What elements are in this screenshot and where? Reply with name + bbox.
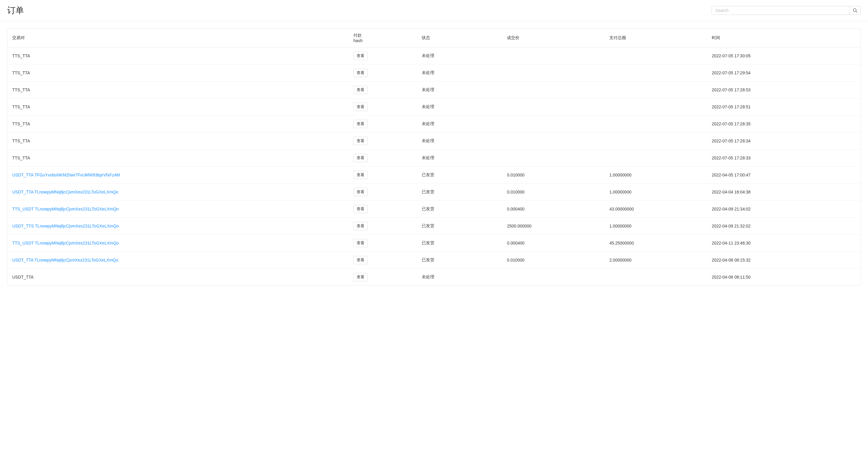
cell-trading-pair: TTS_TTA [7, 99, 348, 116]
col-header-trading-pair: 交易对 [7, 29, 348, 47]
cell-trading-pair: USDT_TTA TLnowpyMNq8jcCjvmXex231LToGXeLX… [7, 184, 348, 201]
trading-pair-link[interactable]: USDT_TTA TLnowpyMNq8jcCjvmXex231LToGXeLX… [12, 190, 118, 194]
cell-time: 2022-07-05 17:28:34 [707, 133, 861, 150]
cell-payment-hash: 查看 [348, 167, 417, 184]
trading-pair-link[interactable]: USDT_TTA TLnowpyMNq8jcCjvmXex231LToGXeLX… [12, 258, 118, 262]
cell-trading-pair: USDT_TTS TLnowpyMNq8jcCjvmXex231LToGXeLX… [7, 218, 348, 235]
cell-time: 2022-04-04 16:04:38 [707, 184, 861, 201]
col-header-deal-price: 成交价 [502, 29, 604, 47]
cell-trading-pair: TTS_TTA [7, 116, 348, 133]
cell-trading-pair: TTS_USDT TLnowpyMNq8jcCjvmXex231LToGXeLX… [7, 201, 348, 218]
view-hash-button[interactable]: 查看 [353, 137, 368, 145]
cell-trading-pair: TTS_TTA [7, 47, 348, 64]
view-hash-button[interactable]: 查看 [353, 52, 368, 60]
search-button[interactable] [849, 6, 861, 14]
cell-payment-hash: 查看 [348, 201, 417, 218]
view-hash-button[interactable]: 查看 [353, 256, 368, 264]
cell-status: 已发货 [417, 167, 502, 184]
cell-deal-price [502, 150, 604, 167]
trading-pair-link[interactable]: USDT_TTS TLnowpyMNq8jcCjvmXex231LToGXeLX… [12, 224, 119, 228]
view-hash-button[interactable]: 查看 [353, 239, 368, 247]
trading-pair-link[interactable]: TTS_USDT TLnowpyMNq8jcCjvmXex231LToGXeLX… [12, 241, 119, 246]
table-row: USDT_TTA TFGuYxnboNKM2hwr7FvUMW93bprVfxF… [7, 167, 861, 184]
view-hash-button[interactable]: 查看 [353, 86, 368, 94]
cell-time: 2022-04-11 23:46:30 [707, 235, 861, 252]
col-header-time: 时间 [707, 29, 861, 47]
cell-payment-total [604, 64, 707, 81]
cell-status: 未处理 [417, 133, 502, 150]
table-row: USDT_TTA TLnowpyMNq8jcCjvmXex231LToGXeLX… [7, 184, 861, 201]
cell-status: 已发货 [417, 184, 502, 201]
cell-time: 2022-07-05 17:28:51 [707, 99, 861, 116]
cell-payment-hash: 查看 [348, 184, 417, 201]
table-row: TTS_USDT TLnowpyMNq8jcCjvmXex231LToGXeLX… [7, 201, 861, 218]
cell-trading-pair: TTS_USDT TLnowpyMNq8jcCjvmXex231LToGXeLX… [7, 235, 348, 252]
cell-payment-hash: 查看 [348, 133, 417, 150]
cell-time: 2022-07-05 17:28:33 [707, 150, 861, 167]
cell-payment-total [604, 99, 707, 116]
cell-payment-total: 1.00000000 [604, 218, 707, 235]
cell-deal-price [502, 81, 604, 99]
cell-payment-total: 43.00000000 [604, 201, 707, 218]
table-row: TTS_USDT TLnowpyMNq8jcCjvmXex231LToGXeLX… [7, 235, 861, 252]
cell-payment-total [604, 47, 707, 64]
page-title: 订单 [7, 5, 24, 16]
view-hash-button[interactable]: 查看 [353, 222, 368, 230]
cell-payment-hash: 查看 [348, 81, 417, 99]
cell-deal-price: 0.010000 [502, 252, 604, 269]
cell-deal-price: 2500.000000 [502, 218, 604, 235]
cell-status: 未处理 [417, 99, 502, 116]
view-hash-button[interactable]: 查看 [353, 171, 368, 179]
trading-pair-link[interactable]: USDT_TTA TFGuYxnboNKM2hwr7FvUMW93bprVfxF… [12, 172, 120, 177]
table-header-row: 交易对 付款hash 状态 成交价 支付总额 [7, 29, 861, 47]
cell-status: 未处理 [417, 81, 502, 99]
cell-trading-pair: USDT_TTA TFGuYxnboNKM2hwr7FvUMW93bprVfxF… [7, 167, 348, 184]
cell-payment-hash: 查看 [348, 99, 417, 116]
cell-time: 2022-07-05 17:30:05 [707, 47, 861, 64]
cell-trading-pair: TTS_TTA [7, 150, 348, 167]
cell-trading-pair: TTS_TTA [7, 81, 348, 99]
view-hash-button[interactable]: 查看 [353, 188, 368, 196]
cell-deal-price [502, 64, 604, 81]
view-hash-button[interactable]: 查看 [353, 273, 368, 281]
cell-status: 已发货 [417, 235, 502, 252]
view-hash-button[interactable]: 查看 [353, 205, 368, 213]
table-row: TTS_TTA查看未处理2022-07-05 17:28:51 [7, 99, 861, 116]
table-row: USDT_TTA TLnowpyMNq8jcCjvmXex231LToGXeLX… [7, 252, 861, 269]
search-wrapper [712, 6, 861, 15]
table-row: TTS_TTA查看未处理2022-07-05 17:28:53 [7, 81, 861, 99]
trading-pair-link[interactable]: TTS_USDT TLnowpyMNq8jcCjvmXex231LToGXeLX… [12, 207, 119, 211]
cell-trading-pair: TTS_TTA [7, 64, 348, 81]
view-hash-button[interactable]: 查看 [353, 69, 368, 77]
cell-status: 已发货 [417, 201, 502, 218]
cell-status: 已发货 [417, 252, 502, 269]
orders-table: 交易对 付款hash 状态 成交价 支付总额 [7, 29, 861, 286]
view-hash-button[interactable]: 查看 [353, 103, 368, 111]
orders-table-body: TTS_TTA查看未处理2022-07-05 17:30:05TTS_TTA查看… [7, 47, 861, 286]
cell-payment-total: 45.25000000 [604, 235, 707, 252]
cell-status: 未处理 [417, 150, 502, 167]
cell-time: 2022-04-05 17:00:47 [707, 167, 861, 184]
cell-deal-price: 0.000400 [502, 201, 604, 218]
col-header-status: 状态 [417, 29, 502, 47]
cell-deal-price: 0.010000 [502, 184, 604, 201]
view-hash-button[interactable]: 查看 [353, 120, 368, 128]
cell-deal-price [502, 133, 604, 150]
col-header-payment-hash: 付款hash [348, 29, 417, 47]
cell-time: 2022-07-05 17:28:35 [707, 116, 861, 133]
table-row: TTS_TTA查看未处理2022-07-05 17:28:35 [7, 116, 861, 133]
cell-status: 未处理 [417, 269, 502, 286]
cell-payment-hash: 查看 [348, 47, 417, 64]
search-input[interactable] [712, 6, 849, 14]
cell-payment-total: 2.00000000 [604, 252, 707, 269]
cell-trading-pair: USDT_TTA TLnowpyMNq8jcCjvmXex231LToGXeLX… [7, 252, 348, 269]
search-icon [853, 8, 858, 13]
cell-trading-pair: TTS_TTA [7, 133, 348, 150]
cell-deal-price: 0.010000 [502, 167, 604, 184]
cell-deal-price [502, 47, 604, 64]
view-hash-button[interactable]: 查看 [353, 154, 368, 162]
cell-deal-price: 0.000400 [502, 235, 604, 252]
svg-line-1 [856, 11, 857, 12]
cell-deal-price [502, 99, 604, 116]
cell-deal-price [502, 116, 604, 133]
